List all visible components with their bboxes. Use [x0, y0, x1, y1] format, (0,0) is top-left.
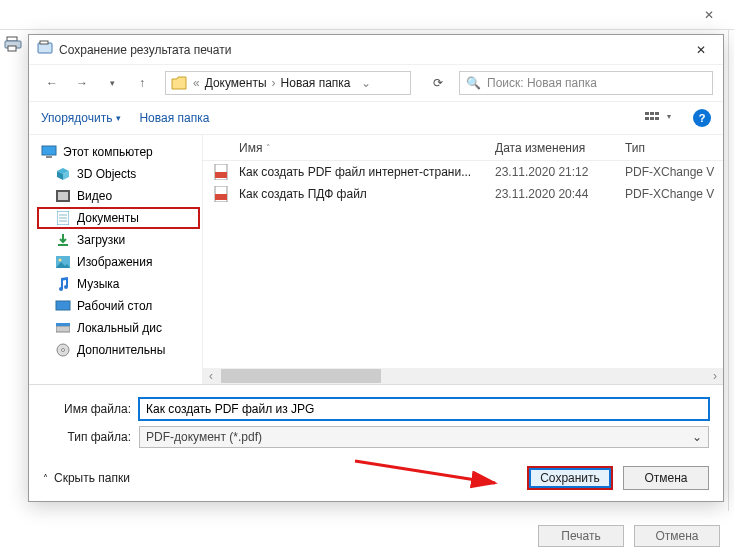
tree-item-music[interactable]: Музыка	[37, 273, 200, 295]
breadcrumb-sep: «	[190, 76, 203, 90]
tree-label: Изображения	[77, 255, 152, 269]
back-button[interactable]: ←	[39, 70, 65, 96]
svg-rect-9	[650, 117, 654, 120]
close-icon[interactable]: ✕	[687, 36, 715, 64]
chevron-down-icon: ⌄	[692, 430, 702, 444]
desktop-icon	[55, 300, 71, 312]
file-list-pane: Имя ˄ Дата изменения Тип Как создать PDF…	[203, 135, 723, 384]
svg-rect-30	[215, 194, 227, 200]
file-name: Как создать ПДФ файл	[239, 187, 495, 201]
file-fields: Имя файла: Тип файла: PDF-документ (*.pd…	[29, 385, 723, 455]
scroll-left-icon[interactable]: ‹	[203, 368, 219, 384]
file-name: Как создать PDF файл интернет-страни...	[239, 165, 495, 179]
tree-label: Видео	[77, 189, 112, 203]
parent-actions: Печать Отмена	[538, 525, 720, 547]
svg-rect-7	[655, 112, 659, 115]
svg-rect-28	[215, 172, 227, 178]
column-name-label: Имя	[239, 141, 262, 155]
filename-input[interactable]	[139, 398, 709, 420]
svg-rect-8	[645, 117, 649, 120]
svg-point-21	[59, 259, 62, 262]
chevron-right-icon: ›	[269, 76, 279, 90]
svg-rect-24	[56, 323, 70, 326]
tree-item-video[interactable]: Видео	[37, 185, 200, 207]
file-date: 23.11.2020 21:12	[495, 165, 625, 179]
dialog-title: Сохранение результата печати	[59, 43, 687, 57]
picture-icon	[55, 256, 71, 268]
file-row[interactable]: Как создать PDF файл интернет-страни... …	[203, 161, 723, 183]
hide-folders-toggle[interactable]: ˄ Скрыть папки	[43, 471, 130, 485]
horizontal-scrollbar[interactable]: ‹ ›	[203, 368, 723, 384]
cancel-button[interactable]: Отмена	[623, 466, 709, 490]
refresh-button[interactable]: ⟳	[425, 70, 451, 96]
dialog-actions: ˄ Скрыть папки Сохранить Отмена	[29, 455, 723, 501]
svg-rect-19	[58, 244, 68, 246]
search-placeholder: Поиск: Новая папка	[487, 76, 597, 90]
navigation-bar: ← → ▾ ↑ « Документы › Новая папка ⌄ ⟳ 🔍 …	[29, 65, 723, 101]
search-input[interactable]: 🔍 Поиск: Новая папка	[459, 71, 713, 95]
file-type: PDF-XChange V	[625, 165, 723, 179]
svg-rect-2	[8, 46, 16, 51]
filetype-label: Тип файла:	[43, 430, 139, 444]
scroll-thumb[interactable]	[221, 369, 381, 383]
organize-label: Упорядочить	[41, 111, 112, 125]
tree-item-extra-disk[interactable]: Дополнительны	[37, 339, 200, 361]
search-icon: 🔍	[466, 76, 481, 90]
svg-rect-5	[645, 112, 649, 115]
tree-item-pictures[interactable]: Изображения	[37, 251, 200, 273]
tree-label: Дополнительны	[77, 343, 165, 357]
hide-folders-label: Скрыть папки	[54, 471, 130, 485]
tree-item-downloads[interactable]: Загрузки	[37, 229, 200, 251]
help-icon[interactable]: ?	[693, 109, 711, 127]
column-name[interactable]: Имя ˄	[203, 141, 495, 155]
disc-icon	[55, 343, 71, 357]
file-type: PDF-XChange V	[625, 187, 723, 201]
new-folder-button[interactable]: Новая папка	[139, 111, 209, 125]
column-headers: Имя ˄ Дата изменения Тип	[203, 135, 723, 161]
parent-close-icon[interactable]: ✕	[694, 0, 724, 30]
breadcrumb-item-folder[interactable]: Новая папка	[279, 76, 353, 90]
up-button[interactable]: ↑	[129, 70, 155, 96]
toolbar: Упорядочить ▾ Новая папка ?	[29, 101, 723, 135]
tree-label: Этот компьютер	[63, 145, 153, 159]
view-mode-button[interactable]	[645, 110, 675, 126]
svg-rect-6	[650, 112, 654, 115]
filename-label: Имя файла:	[43, 402, 139, 416]
tree-item-desktop[interactable]: Рабочий стол	[37, 295, 200, 317]
scroll-right-icon[interactable]: ›	[707, 368, 723, 384]
parent-cancel-button[interactable]: Отмена	[634, 525, 720, 547]
document-icon	[55, 211, 71, 225]
breadcrumb-dropdown-icon[interactable]: ⌄	[353, 76, 371, 90]
parent-divider	[728, 30, 729, 511]
download-icon	[55, 233, 71, 247]
tree-label: Загрузки	[77, 233, 125, 247]
tree-item-this-pc[interactable]: Этот компьютер	[37, 141, 200, 163]
print-button[interactable]: Печать	[538, 525, 624, 547]
tree-item-local-disk[interactable]: Локальный дис	[37, 317, 200, 339]
tree-item-3d[interactable]: 3D Objects	[37, 163, 200, 185]
save-button[interactable]: Сохранить	[527, 466, 613, 490]
svg-rect-22	[56, 301, 70, 310]
printer-icon	[4, 36, 22, 55]
cube-icon	[55, 167, 71, 181]
file-row[interactable]: Как создать ПДФ файл 23.11.2020 20:44 PD…	[203, 183, 723, 205]
column-date[interactable]: Дата изменения	[495, 141, 625, 155]
filetype-select[interactable]: PDF-документ (*.pdf) ⌄	[139, 426, 709, 448]
svg-rect-10	[655, 117, 659, 120]
tree-label: Музыка	[77, 277, 119, 291]
parent-window-titlebar: ✕	[0, 0, 734, 30]
music-icon	[55, 277, 71, 291]
breadcrumb[interactable]: « Документы › Новая папка ⌄	[165, 71, 411, 95]
forward-button[interactable]: →	[69, 70, 95, 96]
svg-point-26	[62, 349, 65, 352]
pdf-file-icon	[203, 186, 239, 202]
column-type[interactable]: Тип	[625, 141, 723, 155]
file-date: 23.11.2020 20:44	[495, 187, 625, 201]
breadcrumb-item-documents[interactable]: Документы	[203, 76, 269, 90]
pdf-file-icon	[203, 164, 239, 180]
svg-rect-0	[7, 37, 17, 41]
tree-item-documents[interactable]: Документы	[37, 207, 200, 229]
organize-menu[interactable]: Упорядочить ▾	[41, 111, 121, 125]
svg-rect-11	[42, 146, 56, 155]
history-dropdown-icon[interactable]: ▾	[99, 70, 125, 96]
